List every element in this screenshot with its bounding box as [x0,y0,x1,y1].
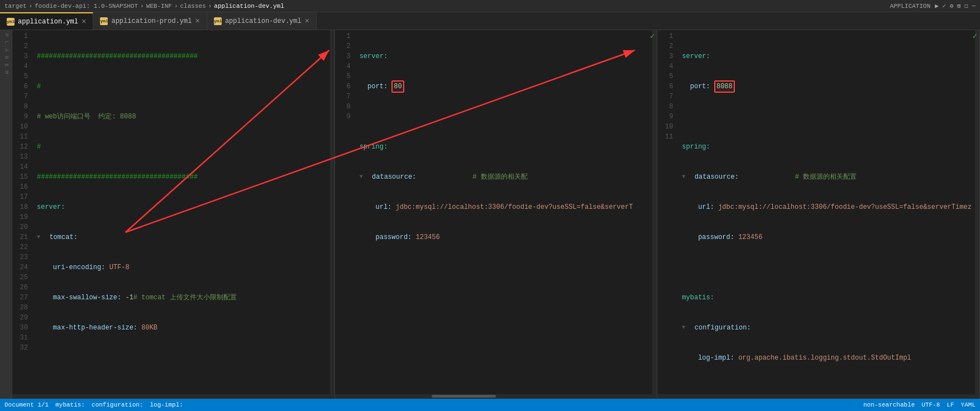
tab-label-1: application.yml [18,18,78,26]
bottom-non-searchable: non-searchable [863,402,915,408]
tab-label-3: application-dev.yml [225,17,302,25]
editor-scroll-3[interactable]: 12345 678910 11 server: port: 8088 sprin… [657,30,979,394]
sidebar-m: M [3,71,9,74]
breadcrumb-file: application-dev.yml [214,3,284,9]
scrollbar-1[interactable] [330,30,334,394]
editor-scroll-2[interactable]: 12345 6789 server: port: 80 spring: ▼ da… [335,30,657,394]
scrollbar-3[interactable] [975,30,979,394]
check-mark-3: ✓ [973,31,977,41]
editors-container: 12345 678910 1112131415 1617181920 21222… [12,30,980,399]
bottom-encoding: UTF-8 [921,402,940,408]
tab-close-2[interactable]: × [195,17,199,26]
sidebar-n: N [3,56,9,59]
check-mark-2: ✓ [650,31,654,41]
tab-icon-1: yml [7,18,15,26]
editor-panel-3: ✓ 12345 678910 11 server: port: 8088 spr… [657,30,980,399]
tab-application-yml[interactable]: yml application.yml × [0,12,93,30]
bottom-doc-info: Document 1/1 [4,402,49,408]
line-numbers-3: 12345 678910 11 [657,30,677,394]
code-content-2: server: port: 80 spring: ▼ datasource: #… [355,30,653,394]
app-container: target › foodie-dev-api: 1.0-SNAPSHOT › … [0,0,980,411]
breadcrumb-project: foodie-dev-api: 1.0-SNAPSHOT [35,3,138,9]
line-numbers-2: 12345 6789 [335,30,355,394]
bottom-linefeed: LF [946,402,954,408]
editor-panel-2: ✓ 12345 6789 server: port: 80 spring: ▼ … [335,30,658,399]
breadcrumb-target: target [4,3,27,9]
sidebar-e: E [3,64,9,66]
bottom-bar: Document 1/1 mybatis: configuration: log… [0,399,980,411]
top-icons: ▶ ✓ ⚙ ⊞ ◻ ─ [935,2,976,9]
line-numbers-1: 12345 678910 1112131415 1617181920 21222… [12,30,32,394]
tabs-row: yml application.yml × yml application-pr… [0,12,980,30]
tab-application-prod-yml[interactable]: yml application-prod.yml × [93,12,207,30]
code-content-3: server: port: 8088 spring: ▼ datasource:… [677,30,975,394]
editor-panel-1: 12345 678910 1112131415 1617181920 21222… [12,30,335,399]
editor-scroll-1[interactable]: 12345 678910 1112131415 1617181920 21222… [12,30,334,394]
tab-icon-2: yml [100,17,108,25]
bottom-configuration: configuration: [92,402,143,408]
tab-icon-3: yml [214,17,222,25]
scrollbar-2[interactable] [652,30,657,394]
bottom-filetype: YAML [961,402,976,408]
top-bar: target › foodie-dev-api: 1.0-SNAPSHOT › … [0,0,980,12]
editor-area: P L A N E M 12345 678910 1112131415 1617… [0,30,980,399]
tab-close-1[interactable]: × [82,17,86,26]
sidebar-p: P [3,34,9,36]
bottom-mybatis: mybatis: [55,402,85,408]
tab-application-dev-yml[interactable]: yml application-dev.yml × [207,12,317,30]
sidebar-l: L [3,41,9,44]
code-content-1: ########################################… [32,30,330,394]
sidebar-strip: P L A N E M [0,30,12,399]
app-label: APPLICATION [890,3,931,9]
tab-close-3[interactable]: × [305,17,309,26]
bottom-logimpl: log-impl: [150,402,183,408]
breadcrumb-classes: classes [180,3,206,9]
breadcrumb: target › foodie-dev-api: 1.0-SNAPSHOT › … [4,3,284,9]
tab-label-2: application-prod.yml [111,17,192,25]
top-bar-right: APPLICATION ▶ ✓ ⚙ ⊞ ◻ ─ [890,2,976,9]
bottom-right: non-searchable UTF-8 LF YAML [863,402,976,408]
sidebar-a: A [3,49,9,51]
breadcrumb-webinf: WEB-INF [146,3,172,9]
